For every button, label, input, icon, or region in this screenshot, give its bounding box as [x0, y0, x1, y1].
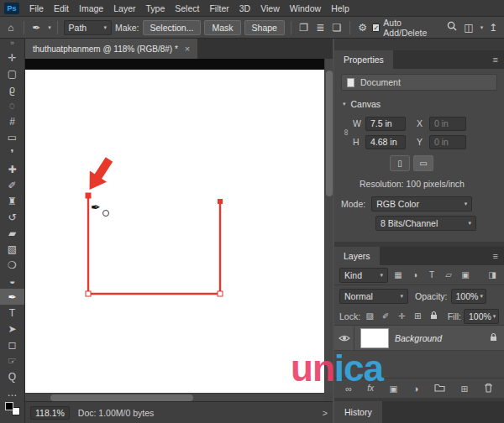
lock-all-icon[interactable] — [427, 311, 440, 321]
new-layer-icon[interactable]: ⊞ — [460, 384, 468, 394]
menu-item-window[interactable]: Window — [285, 0, 326, 16]
home-icon[interactable]: ⌂ — [4, 22, 18, 34]
adjustment-layer-icon[interactable]: ◑ — [413, 384, 418, 394]
new-group-icon[interactable] — [434, 383, 445, 394]
path-mode-select[interactable]: Path ▾ — [64, 20, 112, 35]
color-mode-select[interactable]: RGB Color ▾ — [371, 196, 472, 212]
menu-item-image[interactable]: Image — [74, 0, 108, 16]
eraser-tool[interactable]: ▰ — [0, 225, 25, 241]
path-selection-tool[interactable]: ➤ — [0, 321, 25, 337]
menu-item-filter[interactable]: Filter — [204, 0, 234, 16]
close-icon[interactable]: × — [185, 44, 190, 54]
foreground-color-swatch[interactable] — [5, 402, 13, 410]
menu-item-help[interactable]: Help — [326, 0, 354, 16]
workspace-icon[interactable]: ◫ — [462, 22, 475, 34]
menu-item-layer[interactable]: Layer — [108, 0, 140, 16]
frame-tool[interactable]: ▭ — [0, 129, 25, 145]
filter-smart-objects-icon[interactable]: ▣ — [459, 270, 472, 279]
hand-tool[interactable]: ☞ — [0, 352, 25, 368]
lock-artboard-icon[interactable]: ⊞ — [411, 311, 424, 321]
marquee-tool[interactable]: ▢ — [0, 65, 25, 81]
menu-item-3d[interactable]: 3D — [234, 0, 255, 16]
bit-depth-select[interactable]: 8 Bits/Channel ▾ — [375, 216, 476, 231]
zoom-tool[interactable]: Q — [0, 368, 25, 384]
panel-menu-icon[interactable]: ≡ — [487, 50, 504, 69]
horizontal-scrollbar-thumb[interactable] — [50, 394, 193, 401]
gear-icon[interactable]: ⚙ — [356, 22, 370, 34]
constrain-link-icon[interactable]: ∞ — [341, 114, 353, 151]
filter-toggle-icon[interactable]: ◨ — [486, 270, 499, 279]
tab-history[interactable]: History — [334, 401, 382, 423]
move-tool[interactable]: ✛ — [0, 50, 25, 65]
lasso-tool[interactable]: ϱ — [0, 81, 25, 97]
opacity-field[interactable]: 100% ▾ — [451, 289, 486, 304]
menu-item-edit[interactable]: Edit — [49, 0, 74, 16]
share-icon[interactable]: ↥ — [486, 22, 500, 34]
path-alignment-icon[interactable]: ≣ — [313, 22, 327, 34]
layer-row-background[interactable]: Background — [334, 326, 504, 351]
make-mask-button[interactable]: Mask — [204, 20, 240, 35]
canvas-viewport[interactable]: ✒ — [25, 59, 333, 401]
kind-filter-select[interactable]: Kind ▾ — [339, 268, 388, 283]
document-tab[interactable]: thuthuatphanmem @ 118% (RGB/8#) * × — [25, 39, 197, 59]
document-type-row[interactable]: Document — [341, 74, 497, 91]
color-swatches[interactable] — [5, 402, 20, 415]
edit-toolbar-icon[interactable]: … — [0, 384, 25, 400]
fill-field[interactable]: 100% ▾ — [464, 309, 499, 324]
vertical-scrollbar-thumb[interactable] — [326, 70, 333, 196]
auto-add-delete-checkbox[interactable]: ✓ — [372, 24, 380, 32]
layer-style-icon[interactable]: fx — [367, 384, 374, 393]
portrait-orientation-button[interactable]: ▯ — [390, 155, 410, 171]
healing-brush-tool[interactable]: ✚ — [0, 161, 25, 177]
pen-tool[interactable]: ✒ — [0, 289, 25, 305]
menu-item-file[interactable]: File — [24, 0, 49, 16]
lock-pixels-icon[interactable]: ✐ — [379, 311, 392, 321]
height-field[interactable]: 4.68 in — [365, 135, 406, 149]
tab-properties[interactable]: Properties — [334, 50, 393, 69]
filter-pixel-layers-icon[interactable]: ▦ — [391, 270, 405, 279]
horizontal-scrollbar[interactable] — [25, 393, 324, 401]
width-field[interactable]: 7.5 in — [365, 117, 406, 131]
gradient-tool[interactable]: ▧ — [0, 241, 25, 257]
tool-preset-icon[interactable]: ✒ — [30, 22, 44, 34]
layer-visibility-toggle[interactable] — [334, 326, 354, 350]
brush-tool[interactable]: ✐ — [0, 177, 25, 193]
blend-mode-select[interactable]: Normal ▾ — [339, 289, 408, 304]
panel-menu-icon[interactable]: ≡ — [487, 247, 504, 265]
path-operations-icon[interactable]: ❐ — [297, 22, 311, 34]
filter-adjustment-layers-icon[interactable]: ◑ — [408, 270, 422, 279]
shape-tool[interactable]: ◻ — [0, 337, 25, 352]
menu-item-select[interactable]: Select — [170, 0, 204, 16]
quick-selection-tool[interactable]: ◌ — [0, 97, 25, 113]
layer-thumbnail[interactable] — [360, 328, 389, 348]
menu-item-type[interactable]: Type — [140, 0, 170, 16]
landscape-orientation-button[interactable]: ▭ — [413, 155, 433, 171]
canvas-section-header[interactable]: ▾ Canvas — [341, 96, 497, 112]
status-flyout-icon[interactable]: > — [323, 408, 328, 418]
document-canvas[interactable] — [25, 70, 324, 393]
history-brush-tool[interactable]: ↺ — [0, 209, 25, 225]
type-tool[interactable]: T — [0, 305, 25, 321]
tab-layers[interactable]: Layers — [334, 247, 380, 265]
add-mask-icon[interactable]: ▣ — [390, 384, 398, 394]
eyedropper-tool[interactable]: ❜ — [0, 145, 25, 161]
make-selection-button[interactable]: Selection... — [143, 20, 202, 35]
zoom-level-field[interactable]: 118.1% — [30, 406, 70, 420]
crop-tool[interactable]: # — [0, 113, 25, 129]
path-arrangement-icon[interactable]: ❏ — [330, 22, 344, 34]
layer-name[interactable]: Background — [395, 333, 483, 343]
search-icon[interactable] — [445, 21, 459, 34]
blur-tool[interactable]: ❍ — [0, 257, 25, 273]
toolbar-collapse-icon[interactable]: » — [10, 39, 14, 50]
link-layers-icon[interactable]: ∞ — [345, 384, 352, 394]
delete-layer-icon[interactable] — [484, 383, 493, 394]
clone-stamp-tool[interactable]: ♜ — [0, 193, 25, 209]
menu-item-view[interactable]: View — [255, 0, 285, 16]
filter-type-layers-icon[interactable]: T — [425, 270, 438, 279]
lock-position-icon[interactable]: ✛ — [395, 311, 408, 321]
vertical-scrollbar[interactable] — [324, 59, 333, 393]
dodge-tool[interactable]: ◒ — [0, 273, 25, 289]
filter-shape-layers-icon[interactable]: ▱ — [442, 270, 455, 279]
lock-transparency-icon[interactable]: ▨ — [363, 311, 376, 321]
make-shape-button[interactable]: Shape — [244, 20, 285, 35]
